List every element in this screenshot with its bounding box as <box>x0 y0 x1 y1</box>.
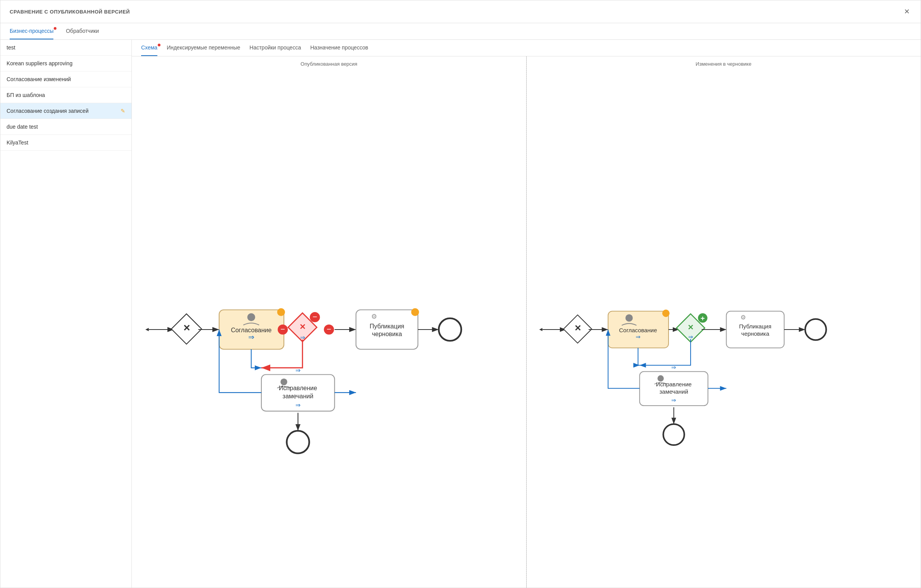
draft-label: Изменения в черновике <box>527 56 921 71</box>
published-canvas: ✕ ⇒ <box>132 71 526 588</box>
end-event <box>439 318 461 341</box>
published-diagram: Опубликованная версия <box>132 56 526 588</box>
tab-schema[interactable]: Схема <box>141 40 157 56</box>
added-plus-text: + <box>700 314 704 322</box>
pub-label-1: Публикация <box>370 323 404 330</box>
published-svg: ✕ ⇒ <box>132 71 526 588</box>
draft-isprav-label-2: замечаний <box>659 388 688 395</box>
tab-dot <box>54 27 56 30</box>
ispravlenie-arrow: ⇒ <box>295 401 300 408</box>
draft-gw2-x: ✕ <box>687 323 694 331</box>
draft-task-dot <box>662 309 669 317</box>
tab-handlers[interactable]: Обработчики <box>66 23 99 39</box>
content-area: test Korean suppliers approving Согласов… <box>0 40 921 588</box>
draft-isprav-arrow: ⇒ <box>671 397 676 403</box>
diagram-area: Опубликованная версия <box>132 56 921 588</box>
dialog-body: Бизнес-процессы Обработчики test Korean … <box>0 23 921 588</box>
gateway-2-x: ✕ <box>299 323 306 331</box>
draft-task-icon <box>625 314 633 322</box>
sidebar: test Korean suppliers approving Согласов… <box>0 40 132 588</box>
task-dot <box>277 308 285 316</box>
flow-down-blue <box>251 349 261 368</box>
pub-label-2: черновика <box>372 330 402 337</box>
dialog-title: СРАВНЕНИЕ С ОПУБЛИКОВАННОЙ ВЕРСИЕЙ <box>10 9 130 15</box>
draft-pub-label-2: черновика <box>741 330 769 337</box>
draft-svg: ✕ ⇒ Согласование <box>527 71 921 588</box>
gateway-1-x: ✕ <box>183 323 190 333</box>
gear-icon-pub: ⚙ <box>371 313 377 320</box>
sidebar-item-due-date[interactable]: due date test <box>0 119 131 135</box>
edit-icon: ✎ <box>121 108 125 114</box>
task-arrow-icon: ⇒ <box>248 333 254 341</box>
ispravlenie-label-2: замечаний <box>283 393 314 399</box>
pub-dot <box>411 308 419 316</box>
task-icon-circle <box>247 313 255 321</box>
sub-tabs: Схема Индексируемые переменные Настройки… <box>132 40 921 56</box>
published-label: Опубликованная версия <box>132 56 526 71</box>
draft-gear-icon: ⚙ <box>740 314 746 321</box>
tab-biz-processes[interactable]: Бизнес-процессы <box>10 23 53 39</box>
schema-tab-dot <box>158 44 160 46</box>
draft-pub-label-1: Публикация <box>739 323 771 330</box>
top-tabs: Бизнес-процессы Обработчики <box>0 23 921 40</box>
draft-flow-down <box>638 348 640 365</box>
main-panel: Схема Индексируемые переменные Настройки… <box>132 40 921 588</box>
draft-gw1-x: ✕ <box>574 323 581 333</box>
tab-process-settings[interactable]: Настройки процесса <box>249 40 301 56</box>
close-button[interactable]: ✕ <box>902 7 911 17</box>
dialog-header: СРАВНЕНИЕ С ОПУБЛИКОВАННОЙ ВЕРСИЕЙ ✕ <box>0 0 921 23</box>
sidebar-item-bp-shablon[interactable]: БП из шаблона <box>0 87 131 103</box>
sidebar-item-soglasovanie[interactable]: Согласование изменений <box>0 71 131 87</box>
draft-isprav-label-1: Исправление <box>656 381 691 387</box>
removed-minus-1-text: − <box>280 325 285 333</box>
sidebar-item-soglasovanie-zapisey[interactable]: Согласование создания записей ✎ <box>0 103 131 119</box>
draft-end-event <box>805 319 826 340</box>
draft-canvas: ✕ ⇒ Согласование <box>527 71 921 588</box>
removed-minus-2-text: − <box>312 313 317 321</box>
task-label: Согласование <box>231 326 271 333</box>
dialog: СРАВНЕНИЕ С ОПУБЛИКОВАННОЙ ВЕРСИЕЙ ✕ Биз… <box>0 0 921 588</box>
draft-end-bottom <box>663 424 684 445</box>
sidebar-item-test[interactable]: test <box>0 40 131 56</box>
draft-diagram: Изменения в черновике <box>527 56 921 588</box>
draft-task-label: Согласование <box>619 327 657 333</box>
tab-indexed-vars[interactable]: Индексируемые переменные <box>167 40 240 56</box>
draft-task-arrow: ⇒ <box>635 333 640 340</box>
draft-start-tri <box>539 328 542 331</box>
sidebar-item-kilya[interactable]: KilyaTest <box>0 135 131 151</box>
end-event-bottom <box>287 431 309 453</box>
removed-minus-3-text: − <box>327 325 331 333</box>
sidebar-item-korean[interactable]: Korean suppliers approving <box>0 56 131 71</box>
ispravlenie-label-1: Исправление <box>279 384 317 391</box>
start-triangle <box>145 328 149 331</box>
tab-assignment[interactable]: Назначение процессов <box>310 40 368 56</box>
